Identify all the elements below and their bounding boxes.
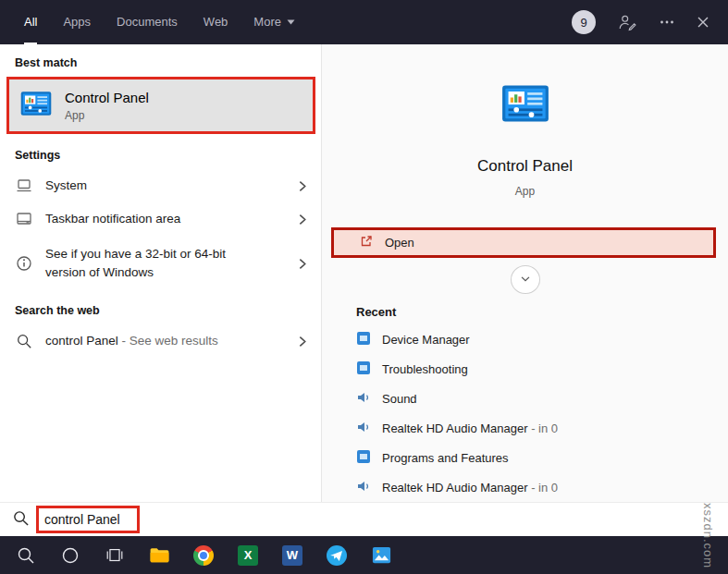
tab-all[interactable]: All [24,0,37,44]
recent-header: Recent [356,305,728,319]
best-match-subtitle: App [65,109,149,122]
search-filter-tabs: All Apps Documents Web More [0,0,295,44]
chevron-right-icon [296,336,308,348]
open-button[interactable]: Open [331,227,716,258]
taskbar-search-box [0,502,728,536]
search-input[interactable] [36,506,140,533]
chevron-right-icon [296,258,308,270]
web-suffix-text: - See web results [118,334,218,348]
close-icon[interactable] [697,16,709,29]
recent-item-programs-features[interactable]: Programs and Features [356,443,728,472]
result-32-64-bit[interactable]: See if you have a 32-bit or 64-bit versi… [0,236,321,291]
tab-more[interactable]: More [253,0,295,44]
result-label: control Panel - See web results [45,332,218,350]
taskbar-settings-icon [15,210,33,228]
info-icon [15,254,33,273]
recent-item-label: Sound [382,392,417,406]
preview-column: Control Panel App Open Recent Device Man… [322,44,728,502]
result-system[interactable]: System [0,169,321,202]
chevron-right-icon [296,180,308,192]
header-actions: 9 [572,0,728,44]
chevron-down-icon [519,273,532,286]
recent-item-realtek-1[interactable]: Realtek HD Audio Manager - in 0 [356,413,728,443]
taskbar-telegram-button[interactable] [315,536,359,574]
chrome-icon [193,545,214,566]
watermark: xszdn.com [701,503,715,568]
open-icon [359,234,374,251]
preview-app-subtitle: App [515,185,535,198]
search-icon [16,545,36,566]
search-results-area: Best match Control Panel App Settings Sy… [0,44,728,502]
recent-item-sound[interactable]: Sound [356,384,728,413]
best-match-title: Control Panel [65,90,149,105]
notification-badge[interactable]: 9 [572,10,596,34]
taskbar-cortana-button[interactable] [48,536,93,574]
recent-item-label: Realtek HD Audio Manager - in 0 [382,481,558,495]
tab-apps[interactable]: Apps [63,0,91,44]
recent-item-label: Troubleshooting [382,362,468,376]
windows-search-flyout: All Apps Documents Web More 9 Best [0,0,728,574]
caret-down-icon [287,19,295,25]
result-label: System [45,177,87,195]
word-icon: W [282,545,302,566]
recent-item-realtek-2[interactable]: Realtek HD Audio Manager - in 0 [356,472,728,502]
taskbar-task-view-button[interactable] [93,536,137,574]
taskbar-file-explorer-button[interactable] [137,536,181,574]
tab-more-label: More [253,15,281,29]
taskbar-excel-button[interactable]: X [226,536,270,574]
recent-item-label: Realtek HD Audio Manager - in 0 [382,421,558,435]
result-web-search[interactable]: control Panel - See web results [0,324,321,358]
programs-features-icon [356,449,371,467]
taskbar: X W [0,536,728,574]
result-taskbar-notification-area[interactable]: Taskbar notification area [0,202,321,236]
expand-preview-button[interactable] [511,265,540,294]
device-manager-icon [356,331,371,348]
taskbar-word-button[interactable]: W [270,536,315,574]
control-panel-icon-large [501,79,549,131]
control-panel-icon [20,88,52,123]
result-label: Taskbar notification area [45,210,180,228]
taskbar-chrome-button[interactable] [181,536,226,574]
system-icon [15,177,33,195]
tab-web[interactable]: Web [204,0,228,44]
taskbar-photos-button[interactable] [359,536,403,574]
chevron-right-icon [296,214,308,226]
best-match-header: Best match [15,56,306,69]
realtek-audio-icon [356,420,371,437]
search-web-header: Search the web [15,304,306,317]
recent-section: Recent Device Manager Troubleshooting So… [322,305,728,502]
excel-icon: X [238,545,258,566]
web-query-text: control Panel [45,334,118,348]
search-header: All Apps Documents Web More 9 [0,0,728,44]
task-view-icon [105,545,125,566]
sound-speaker-icon [356,390,371,408]
telegram-icon [326,544,348,567]
recent-item-label: Device Manager [382,333,470,347]
recent-item-troubleshooting[interactable]: Troubleshooting [356,354,728,384]
results-column: Best match Control Panel App Settings Sy… [0,44,322,502]
recent-item-label: Programs and Features [382,451,509,465]
more-options-icon[interactable] [659,14,675,31]
best-match-result-control-panel[interactable]: Control Panel App [6,77,315,134]
search-icon [15,333,33,349]
open-label: Open [385,236,414,250]
tab-documents[interactable]: Documents [117,0,178,44]
best-match-text: Control Panel App [65,90,149,122]
recent-item-device-manager[interactable]: Device Manager [356,324,728,354]
taskbar-search-button[interactable] [4,536,48,574]
preview-app-title: Control Panel [477,157,573,176]
settings-header: Settings [15,149,306,162]
photos-icon [371,544,392,566]
cortana-icon [60,545,80,566]
feedback-person-icon[interactable] [617,12,637,32]
troubleshooting-icon [356,360,371,378]
search-icon [12,509,30,531]
result-label: See if you have a 32-bit or 64-bit versi… [45,245,265,281]
realtek-audio-icon [356,479,371,496]
file-explorer-icon [148,543,171,567]
